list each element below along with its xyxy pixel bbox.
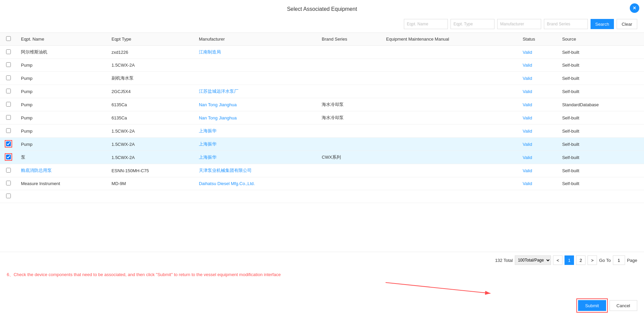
- row-status: Valid: [519, 164, 558, 177]
- row-eqpt-type: 6135Ca: [108, 111, 195, 125]
- row-status: [519, 190, 558, 203]
- row-brand-series: [318, 125, 382, 138]
- row-checkbox[interactable]: [6, 62, 11, 67]
- row-checkbox[interactable]: [6, 115, 11, 120]
- row-source: [558, 190, 644, 203]
- row-manual: [382, 177, 519, 190]
- row-brand-series: [318, 46, 382, 59]
- eqpt-type-input[interactable]: [451, 19, 495, 29]
- row-manufacturer: 天津泵业机械集团有限公司: [195, 164, 318, 177]
- row-checkbox[interactable]: [6, 89, 11, 93]
- row-status: Valid: [519, 138, 558, 151]
- page-1-button[interactable]: 1: [565, 255, 574, 265]
- row-manual: [382, 85, 519, 98]
- select-all-checkbox[interactable]: [6, 36, 11, 41]
- page-2-button[interactable]: 2: [576, 255, 585, 265]
- manufacturer-input[interactable]: [497, 19, 541, 29]
- row-checkbox[interactable]: [6, 102, 11, 107]
- row-eqpt-type: 副机海水泵: [108, 72, 195, 85]
- row-eqpt-type: 1.5CWX-2A: [108, 138, 195, 151]
- row-brand-series: [318, 177, 382, 190]
- per-page-select[interactable]: 100Total/Page 50Total/Page 20Total/Page: [515, 255, 551, 265]
- row-eqpt-name: Pump: [17, 138, 108, 151]
- pagination-bar: 132 Total 100Total/Page 50Total/Page 20T…: [0, 252, 644, 268]
- row-checkbox[interactable]: [6, 141, 11, 146]
- total-count: 132 Total: [495, 258, 513, 263]
- row-manufacturer: Daihatsu Diesel Mfg.Co.,Ltd.: [195, 177, 318, 190]
- row-eqpt-type: MD-9M: [108, 177, 195, 190]
- row-eqpt-type: 1.5CWX-2A: [108, 151, 195, 164]
- row-eqpt-type: 1.5CWX-2A: [108, 59, 195, 72]
- row-source: Self-built: [558, 125, 644, 138]
- instruction-area: 6、Check the device components that need …: [0, 268, 644, 279]
- row-brand-series: [318, 190, 382, 203]
- row-manufacturer: 上海振华: [195, 138, 318, 151]
- row-brand-series: [318, 164, 382, 177]
- row-manufacturer: 上海振华: [195, 125, 318, 138]
- modal-header: Select Associated Equipment ×: [0, 0, 644, 16]
- row-checkbox[interactable]: [6, 49, 11, 54]
- row-checkbox-cell: [0, 111, 17, 125]
- row-manufacturer: 江南制造局: [195, 46, 318, 59]
- cancel-button[interactable]: Cancel: [610, 300, 637, 311]
- equipment-table: Eqpt. Name Eqpt Type Manufacturer Brand …: [0, 33, 644, 203]
- row-source: Self-built: [558, 85, 644, 98]
- row-checkbox-cell: [0, 46, 17, 59]
- brand-series-input[interactable]: [544, 19, 588, 29]
- row-checkbox[interactable]: [6, 128, 11, 133]
- row-status: Valid: [519, 85, 558, 98]
- prev-page-button[interactable]: <: [553, 255, 562, 265]
- eqpt-name-input[interactable]: [404, 19, 448, 29]
- row-source: Self-built: [558, 164, 644, 177]
- table-body: 阿尔维斯油机zxd1226江南制造局ValidSelf-builtPump1.5…: [0, 46, 644, 203]
- row-source: StandardDatabase: [558, 98, 644, 111]
- clear-button[interactable]: Clear: [617, 19, 637, 29]
- table-header-row: Eqpt. Name Eqpt Type Manufacturer Brand …: [0, 33, 644, 46]
- row-eqpt-type: 2GCJ5X4: [108, 85, 195, 98]
- next-page-button[interactable]: >: [588, 255, 597, 265]
- search-button[interactable]: Search: [591, 19, 614, 29]
- row-source: Self-built: [558, 59, 644, 72]
- row-manual: [382, 46, 519, 59]
- row-manual: [382, 125, 519, 138]
- row-eqpt-type: [108, 190, 195, 203]
- row-manual: [382, 59, 519, 72]
- row-manual: [382, 138, 519, 151]
- row-manufacturer: [195, 190, 318, 203]
- row-source: Self-built: [558, 138, 644, 151]
- table-row: Pump2GCJ5X4江苏盐城远洋水泵厂ValidSelf-built: [0, 85, 644, 98]
- row-checkbox-cell: [0, 190, 17, 203]
- row-checkbox[interactable]: [6, 155, 11, 159]
- row-brand-series: [318, 59, 382, 72]
- row-manual: [382, 164, 519, 177]
- row-eqpt-name: 阿尔维斯油机: [17, 46, 108, 59]
- table-row: 阿尔维斯油机zxd1226江南制造局ValidSelf-built: [0, 46, 644, 59]
- goto-page-input[interactable]: [613, 255, 625, 265]
- row-manual: [382, 72, 519, 85]
- row-checkbox[interactable]: [6, 181, 11, 185]
- header-source: Source: [558, 33, 644, 46]
- row-manual: [382, 98, 519, 111]
- submit-button[interactable]: Submit: [578, 300, 606, 311]
- row-manufacturer: Nan Tong Jianghua: [195, 111, 318, 125]
- row-eqpt-name: Pump: [17, 72, 108, 85]
- row-eqpt-name: Measure Instrument: [17, 177, 108, 190]
- row-checkbox-cell: [0, 138, 17, 151]
- row-checkbox-cell: [0, 98, 17, 111]
- table-row: Pump1.5CWX-2AValidSelf-built: [0, 59, 644, 72]
- row-checkbox[interactable]: [6, 194, 11, 198]
- modal-title: Select Associated Equipment: [287, 6, 357, 12]
- row-checkbox[interactable]: [6, 75, 11, 80]
- header-eqpt-name: Eqpt. Name: [17, 33, 108, 46]
- row-status: Valid: [519, 177, 558, 190]
- row-manual: [382, 151, 519, 164]
- page-label: Page: [627, 258, 637, 263]
- row-eqpt-name: 泵: [17, 151, 108, 164]
- row-brand-series: [318, 138, 382, 151]
- row-checkbox[interactable]: [6, 168, 11, 173]
- close-button[interactable]: ×: [630, 3, 639, 13]
- header-status: Status: [519, 33, 558, 46]
- row-brand-series: [318, 85, 382, 98]
- table-row: Pump6135CaNan Tong Jianghua海水冷却泵ValidSta…: [0, 98, 644, 111]
- row-eqpt-type: ESNN-150MH-C75: [108, 164, 195, 177]
